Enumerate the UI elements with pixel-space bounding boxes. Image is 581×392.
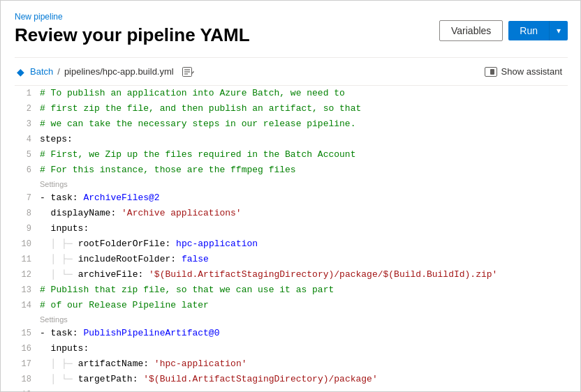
settings-label-1: Settings (15, 178, 568, 190)
new-pipeline-label: New pipeline (15, 12, 250, 22)
header-left: New pipeline Review your pipeline YAML (15, 12, 250, 46)
code-line-17: 17 │ ├─ artifactName: 'hpc-application' (15, 356, 568, 372)
breadcrumb-path: pipelines/hpc-app.build.yml (64, 66, 174, 77)
code-line-13: 13 # Publish that zip file, so that we c… (15, 282, 568, 298)
breadcrumb: ◆ Batch / pipelines/hpc-app.build.yml (15, 66, 195, 77)
code-editor: 1 # To publish an application into Azure… (15, 86, 568, 392)
code-line-16: 16 inputs: (15, 341, 568, 356)
pipeline-icon: ◆ (15, 66, 26, 77)
breadcrumb-separator: / (57, 66, 60, 77)
code-line-11: 11 │ ├─ includeRootFolder: false (15, 252, 568, 267)
code-line-10: 10 │ ├─ rootFolderOrFile: hpc-applicatio… (15, 236, 568, 252)
run-button-group: Run ▾ (508, 21, 568, 40)
variables-button[interactable]: Variables (439, 20, 503, 41)
run-chevron-button[interactable]: ▾ (550, 21, 568, 40)
code-line-5: 5 # First, we Zip up the files required … (15, 147, 568, 163)
code-line-14: 14 # of our Release Pipeline later (15, 298, 568, 313)
code-line-4: 4 steps: (15, 132, 568, 147)
code-line-7: 7 - task: ArchiveFiles@2 (15, 190, 568, 206)
file-edit-icon (182, 67, 195, 77)
code-line-2: 2 # first zip the file, and then publish… (15, 101, 568, 116)
code-line-18: 18 │ └─ targetPath: '$(Build.ArtifactSta… (15, 372, 568, 387)
code-line-8: 8 displayName: 'Archive applications' (15, 206, 568, 221)
code-line-3: 3 # we can take the necessary steps in o… (15, 116, 568, 132)
page-title: Review your pipeline YAML (15, 24, 250, 46)
run-button[interactable]: Run (508, 21, 550, 40)
header-actions: Variables Run ▾ (439, 20, 568, 41)
code-line-12: 12 │ └─ archiveFile: '$(Build.ArtifactSt… (15, 267, 568, 282)
code-line-6: 6 # For this instance, those are the ffm… (15, 163, 568, 178)
code-line-15: 15 - task: PublishPipelineArtifact@0 (15, 326, 568, 341)
code-line-19: 19 (15, 387, 568, 392)
settings-label-2: Settings (15, 313, 568, 326)
show-assistant-button[interactable]: Show assistant (479, 63, 568, 80)
show-assistant-label: Show assistant (501, 66, 562, 77)
code-line-9: 9 inputs: (15, 221, 568, 236)
assistant-icon (485, 67, 497, 77)
code-line-1: 1 # To publish an application into Azure… (15, 86, 568, 101)
header: New pipeline Review your pipeline YAML V… (15, 12, 568, 46)
breadcrumb-bar: ◆ Batch / pipelines/hpc-app.build.yml Sh… (15, 57, 568, 86)
breadcrumb-root[interactable]: Batch (30, 66, 53, 77)
